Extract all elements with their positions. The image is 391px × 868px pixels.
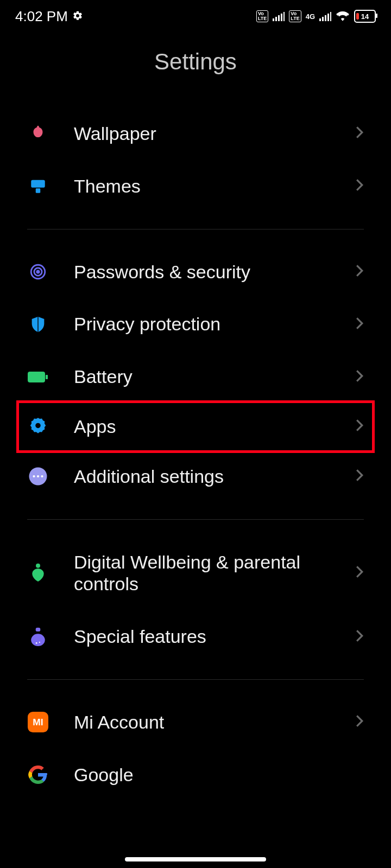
more-icon — [27, 465, 49, 487]
svg-rect-1 — [275, 17, 277, 21]
svg-rect-6 — [322, 17, 324, 21]
wellbeing-icon — [27, 562, 49, 584]
svg-rect-5 — [319, 18, 321, 21]
svg-rect-8 — [327, 14, 329, 21]
svg-point-17 — [35, 423, 41, 429]
chevron-right-icon — [355, 178, 364, 194]
status-left: 4:02 PM — [15, 8, 83, 25]
svg-point-19 — [33, 475, 35, 477]
mi-logo-icon: MI — [27, 711, 49, 733]
chevron-right-icon — [355, 565, 364, 581]
apps-gear-icon — [27, 416, 49, 437]
settings-item-battery[interactable]: Battery — [0, 350, 391, 403]
settings-item-apps[interactable]: Apps — [16, 400, 375, 453]
settings-item-wallpaper[interactable]: Wallpaper — [0, 107, 391, 160]
svg-point-14 — [37, 271, 39, 273]
svg-rect-9 — [330, 12, 331, 21]
svg-rect-7 — [325, 15, 326, 21]
google-logo-icon — [27, 764, 49, 786]
svg-rect-4 — [283, 12, 285, 21]
chevron-right-icon — [355, 316, 364, 333]
flask-icon — [27, 626, 49, 648]
chevron-right-icon — [355, 714, 364, 730]
svg-rect-2 — [278, 15, 280, 21]
battery-icon: 14 — [354, 10, 376, 23]
volte-icon-2: VoLTE — [289, 10, 301, 22]
svg-point-21 — [41, 475, 43, 477]
svg-rect-23 — [36, 628, 41, 631]
settings-item-themes[interactable]: Themes — [0, 160, 391, 213]
status-time: 4:02 PM — [15, 8, 68, 25]
network-label: 4G — [306, 13, 315, 20]
settings-item-google[interactable]: Google — [0, 749, 391, 786]
svg-rect-15 — [28, 372, 45, 382]
status-bar: 4:02 PM VoLTE VoLTE 4G 14 — [0, 0, 391, 33]
chevron-right-icon — [355, 629, 364, 645]
signal-icon-1 — [273, 8, 285, 25]
themes-icon — [27, 175, 49, 197]
settings-item-passwords-security[interactable]: Passwords & security — [0, 246, 391, 298]
settings-item-label: Apps — [74, 416, 355, 438]
navigation-handle[interactable] — [125, 857, 266, 861]
settings-item-label: Google — [74, 764, 364, 786]
wallpaper-icon — [27, 123, 49, 144]
settings-item-additional-settings[interactable]: Additional settings — [0, 450, 391, 503]
settings-item-label: Battery — [74, 366, 355, 388]
settings-item-label: Themes — [74, 175, 355, 197]
svg-point-20 — [37, 475, 39, 477]
settings-item-label: Special features — [74, 626, 355, 648]
settings-item-label: Mi Account — [74, 711, 355, 733]
svg-rect-11 — [36, 188, 41, 193]
divider — [27, 229, 364, 229]
chevron-right-icon — [355, 418, 364, 435]
divider — [27, 519, 364, 520]
divider — [27, 679, 364, 680]
chevron-right-icon — [355, 468, 364, 484]
settings-item-label: Passwords & security — [74, 261, 355, 283]
chevron-right-icon — [355, 264, 364, 280]
settings-item-label: Digital Wellbeing & parental controls — [74, 551, 355, 596]
svg-point-26 — [39, 641, 40, 642]
chevron-right-icon — [355, 125, 364, 142]
battery-icon — [27, 366, 49, 388]
svg-point-25 — [36, 642, 37, 643]
settings-item-privacy-protection[interactable]: Privacy protection — [0, 298, 391, 350]
settings-item-special-features[interactable]: Special features — [0, 610, 391, 663]
settings-gear-icon — [72, 8, 83, 25]
settings-list: Wallpaper Themes Passwords & security Pr… — [0, 107, 391, 786]
settings-item-label: Wallpaper — [74, 123, 355, 145]
shield-icon — [27, 314, 49, 335]
settings-item-mi-account[interactable]: MI Mi Account — [0, 696, 391, 749]
page-title: Settings — [0, 33, 391, 107]
volte-icon-1: VoLTE — [256, 10, 268, 22]
signal-icon-2 — [319, 8, 331, 25]
settings-item-label: Privacy protection — [74, 313, 355, 335]
svg-point-22 — [36, 564, 40, 568]
fingerprint-icon — [27, 261, 49, 283]
svg-rect-10 — [31, 180, 45, 188]
chevron-right-icon — [355, 369, 364, 385]
svg-rect-0 — [273, 18, 274, 21]
settings-item-label: Additional settings — [74, 465, 355, 488]
svg-rect-16 — [46, 375, 48, 379]
settings-item-digital-wellbeing[interactable]: Digital Wellbeing & parental controls — [0, 536, 391, 611]
battery-percent: 14 — [355, 12, 375, 21]
svg-point-24 — [31, 634, 45, 646]
wifi-icon — [336, 8, 350, 25]
status-right: VoLTE VoLTE 4G 14 — [256, 8, 376, 25]
svg-rect-3 — [281, 14, 282, 21]
svg-text:MI: MI — [33, 717, 43, 728]
